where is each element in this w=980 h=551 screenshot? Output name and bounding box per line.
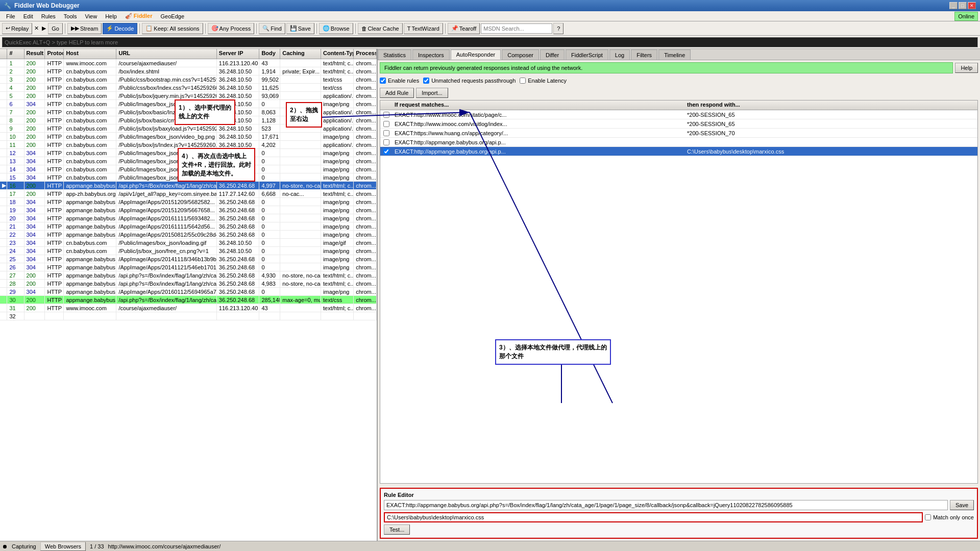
table-row[interactable]: 7 200 HTTP cn.babybus.com /Public/js/box…: [0, 108, 377, 116]
table-row[interactable]: 13 304 HTTP cn.babybus.com /Public/Image…: [0, 157, 377, 165]
table-row[interactable]: 6 304 HTTP cn.babybus.com /Public/Images…: [0, 100, 377, 108]
import-button[interactable]: Import...: [416, 88, 448, 98]
tab-log[interactable]: Log: [609, 49, 630, 60]
table-row[interactable]: 1 200 HTTP www.imooc.com /course/ajaxmed…: [0, 59, 377, 67]
th-num[interactable]: #: [7, 49, 24, 59]
row-content: text/css: [321, 296, 354, 304]
rule-match-input[interactable]: [384, 500, 948, 510]
tab-inspectors[interactable]: Inspectors: [412, 49, 450, 60]
rule-check[interactable]: [383, 130, 389, 136]
close-button[interactable]: ✕: [968, 2, 976, 9]
tab-autoresponder[interactable]: AutoResponder: [451, 49, 501, 60]
tab-timeline[interactable]: Timeline: [658, 49, 691, 60]
go-button[interactable]: Go: [48, 23, 63, 34]
menu-geoedge[interactable]: GeoEdge: [157, 12, 188, 20]
rule-row[interactable]: EXACT:https://www.huang.cn/app/category/…: [380, 129, 977, 138]
rule-row[interactable]: EXACT:http://www.imooc.com/static/page/c…: [380, 110, 977, 119]
tab-differ[interactable]: Differ: [540, 49, 565, 60]
menu-tools[interactable]: Tools: [60, 12, 81, 20]
table-row[interactable]: 5 200 HTTP cn.babybus.com /Public/js/box…: [0, 92, 377, 100]
table-row[interactable]: 9 200 HTTP cn.babybus.com /Public/js/box…: [0, 124, 377, 133]
menu-fiddler[interactable]: 🎻 Fiddler: [121, 12, 157, 20]
table-row[interactable]: 25 304 HTTP appmange.babybus... /AppImag…: [0, 255, 377, 263]
table-row[interactable]: 27 200 HTTP appmange.babybus... /api.php…: [0, 271, 377, 280]
maximize-button[interactable]: □: [959, 2, 967, 9]
table-row[interactable]: 11 200 HTTP cn.babybus.com /Public/js/bo…: [0, 141, 377, 149]
th-protocol[interactable]: Protocol: [45, 49, 64, 59]
tearoff-button[interactable]: 📌 Tearoff: [448, 23, 480, 34]
menu-file[interactable]: File: [2, 12, 19, 20]
table-row[interactable]: 10 200 HTTP cn.babybus.com /Public/Image…: [0, 133, 377, 141]
decode-button[interactable]: ⚡ Decode: [103, 23, 137, 34]
table-row[interactable]: 17 200 HTTP app-zh.babybus.org /api/v1/g…: [0, 190, 377, 198]
table-row[interactable]: 3 200 HTTP cn.babybus.com /Public/css/bo…: [0, 76, 377, 84]
stream-button[interactable]: ▶▶ Stream: [67, 23, 102, 34]
rule-check[interactable]: [383, 148, 389, 155]
table-row[interactable]: 24 304 HTTP cn.babybus.com /Public/js/bo…: [0, 247, 377, 255]
table-row[interactable]: 28 200 HTTP appmange.babybus... /api.php…: [0, 280, 377, 288]
menu-view[interactable]: View: [81, 12, 102, 20]
table-row[interactable]: 20 304 HTTP appmange.babybus... /AppImag…: [0, 214, 377, 222]
th-content[interactable]: Content-Type: [321, 49, 354, 59]
match-once-checkbox[interactable]: [925, 514, 931, 520]
find-button[interactable]: 🔍 Find: [259, 23, 285, 34]
th-result[interactable]: Result: [24, 49, 45, 59]
table-row[interactable]: 32: [0, 312, 377, 320]
keep-sessions-button[interactable]: 📋 Keep: All sessions: [142, 23, 203, 34]
save-button[interactable]: 💾 Save: [286, 23, 314, 34]
table-row[interactable]: 2 200 HTTP cn.babybus.com /box/index.sht…: [0, 67, 377, 76]
th-caching[interactable]: Caching: [280, 49, 321, 59]
table-row[interactable]: 15 304 HTTP cn.babybus.com /Public/Image…: [0, 173, 377, 182]
rule-row[interactable]: EXACT:http://www.imooc.com/visitlog/inde…: [380, 119, 977, 129]
any-process-button[interactable]: 🎯 Any Process: [208, 23, 255, 34]
th-body[interactable]: Body: [259, 49, 280, 59]
table-row[interactable]: 18 304 HTTP appmange.babybus... /AppImag…: [0, 198, 377, 206]
table-row[interactable]: ▶ 16 200 HTTP appmange.babybus... /api.p…: [0, 182, 377, 190]
table-row[interactable]: 14 304 HTTP cn.babybus.com /Public/Image…: [0, 165, 377, 173]
minimize-button[interactable]: _: [949, 2, 958, 9]
menu-help[interactable]: Help: [101, 12, 121, 20]
table-row[interactable]: 26 304 HTTP appmange.babybus... /AppImag…: [0, 263, 377, 271]
msdn-search-input[interactable]: [481, 23, 552, 34]
help-button[interactable]: ?: [553, 23, 564, 34]
tab-composer[interactable]: Composer: [502, 49, 539, 60]
table-row[interactable]: 29 304 HTTP appmange.babybus... /AppImag…: [0, 288, 377, 296]
rule-respond-input[interactable]: [384, 512, 923, 522]
clear-cache-button[interactable]: 🗑 Clear Cache: [358, 23, 403, 34]
rule-row[interactable]: EXACT:http://appmange.babybus.org/api.p.…: [380, 138, 977, 147]
table-row[interactable]: 12 304 HTTP cn.babybus.com /Public/Image…: [0, 149, 377, 157]
table-row[interactable]: 4 200 HTTP cn.babybus.com /Public/css/bo…: [0, 84, 377, 92]
table-row[interactable]: 21 304 HTTP appmange.babybus... /AppImag…: [0, 222, 377, 231]
table-row[interactable]: 23 304 HTTP cn.babybus.com /Public/image…: [0, 239, 377, 247]
help-link[interactable]: Help: [955, 63, 978, 73]
table-row[interactable]: 31 200 HTTP www.imooc.com /course/ajaxme…: [0, 304, 377, 312]
rule-save-button[interactable]: Save: [950, 500, 974, 510]
enable-rules-checkbox[interactable]: [380, 78, 386, 84]
table-row[interactable]: 19 304 HTTP appmange.babybus... /AppImag…: [0, 206, 377, 214]
browse-button[interactable]: 🌐 Browse: [319, 23, 353, 34]
quickexec-input[interactable]: [2, 37, 978, 47]
tab-filters[interactable]: Filters: [631, 49, 657, 60]
tab-fiddlerscript[interactable]: FiddlerScript: [566, 49, 608, 60]
text-wizard-button[interactable]: T TextWizard: [404, 23, 443, 34]
rule-row[interactable]: EXACT:http://appmange.babybus.org/api.p.…: [380, 147, 977, 156]
menu-edit[interactable]: Edit: [19, 12, 37, 20]
rule-test-button[interactable]: Test...: [384, 524, 410, 535]
table-row[interactable]: 8 200 HTTP cn.babybus.com /Public/js/box…: [0, 116, 377, 124]
tab-statistics[interactable]: Statistics: [378, 49, 411, 60]
menu-rules[interactable]: Rules: [37, 12, 60, 20]
add-rule-button[interactable]: Add Rule: [380, 88, 414, 98]
rule-check[interactable]: [383, 121, 389, 127]
replay-button[interactable]: ↩ Replay: [2, 23, 32, 34]
th-process[interactable]: Process: [354, 49, 377, 59]
th-url[interactable]: URL: [116, 49, 216, 59]
table-row[interactable]: 30 200 HTTP appmange.babybus... /api.php…: [0, 296, 377, 304]
th-server[interactable]: Server IP: [217, 49, 260, 59]
row-server: 116.213.120.40: [217, 59, 260, 67]
rule-check[interactable]: [383, 112, 389, 118]
unmatched-checkbox[interactable]: [423, 78, 429, 84]
latency-checkbox[interactable]: [520, 78, 526, 84]
th-host[interactable]: Host: [64, 49, 116, 59]
rule-check[interactable]: [383, 139, 389, 145]
table-row[interactable]: 22 304 HTTP appmange.babybus... /AppImag…: [0, 231, 377, 239]
